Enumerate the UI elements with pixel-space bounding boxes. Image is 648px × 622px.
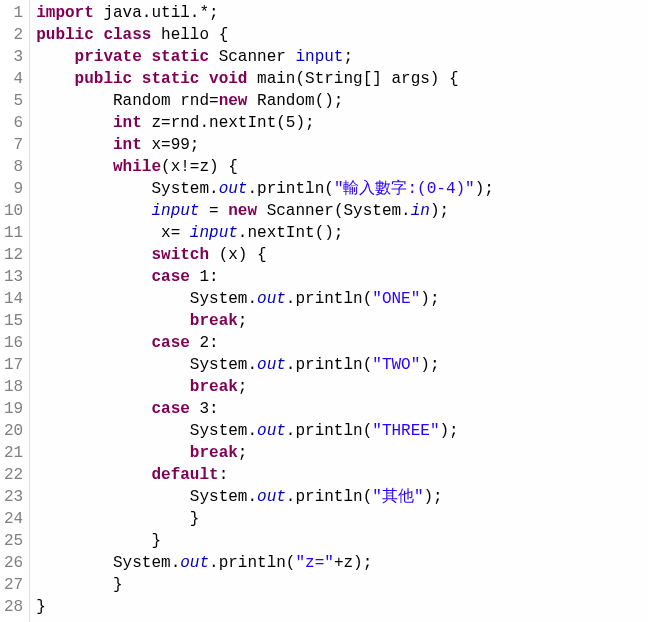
token-pln: java.util.*; — [94, 4, 219, 22]
token-fldI: in — [411, 202, 430, 220]
token-kw: public static void — [75, 70, 248, 88]
code-line: System.out.println("THREE"); — [36, 420, 648, 442]
line-number: 25 — [4, 530, 23, 552]
code-line: System.out.println("ONE"); — [36, 288, 648, 310]
token-pln: ); — [430, 202, 449, 220]
token-pln: } — [190, 510, 200, 528]
token-pln: +z); — [334, 554, 372, 572]
token-fldI: input — [151, 202, 199, 220]
line-number: 7 — [4, 134, 23, 156]
token-kw: int — [113, 114, 142, 132]
token-pln: System. — [113, 554, 180, 572]
token-kw: default — [151, 466, 218, 484]
token-kw: case — [151, 334, 189, 352]
code-line: } — [36, 508, 648, 530]
token-kw: new — [228, 202, 257, 220]
line-number: 18 — [4, 376, 23, 398]
line-number: 20 — [4, 420, 23, 442]
token-pln: x= — [151, 224, 189, 242]
token-pln: ); — [423, 488, 442, 506]
token-kw: int — [113, 136, 142, 154]
token-str: "z=" — [295, 554, 333, 572]
token-fldI: out — [180, 554, 209, 572]
line-number: 24 — [4, 508, 23, 530]
token-pln: .println( — [247, 180, 333, 198]
code-line: System.out.println("輸入數字:(0-4)"); — [36, 178, 648, 200]
line-number: 9 — [4, 178, 23, 200]
token-kw: private static — [75, 48, 209, 66]
token-pln: .println( — [286, 290, 372, 308]
token-pln: .println( — [286, 488, 372, 506]
code-line: case 2: — [36, 332, 648, 354]
line-number: 1 — [4, 2, 23, 24]
line-number: 11 — [4, 222, 23, 244]
token-str: "輸入數字:(0-4)" — [334, 180, 475, 198]
code-line: default: — [36, 464, 648, 486]
token-fldI: out — [257, 356, 286, 374]
token-kw: case — [151, 268, 189, 286]
token-fldI: input — [190, 224, 238, 242]
token-str: "其他" — [372, 488, 423, 506]
code-area: import java.util.*;public class hello { … — [30, 0, 648, 622]
code-line: } — [36, 530, 648, 552]
token-kw: break — [190, 378, 238, 396]
line-number: 3 — [4, 46, 23, 68]
token-pln: 3: — [190, 400, 219, 418]
token-pln: ); — [420, 290, 439, 308]
line-number: 19 — [4, 398, 23, 420]
line-number: 21 — [4, 442, 23, 464]
token-pln: ; — [238, 444, 248, 462]
token-kw: switch — [151, 246, 209, 264]
token-pln: ); — [420, 356, 439, 374]
token-fld: input — [295, 48, 343, 66]
token-pln: .nextInt(); — [238, 224, 344, 242]
token-pln: } — [113, 576, 123, 594]
code-line: public class hello { — [36, 24, 648, 46]
line-number: 4 — [4, 68, 23, 90]
line-number-gutter: 1234567891011121314151617181920212223242… — [0, 0, 30, 622]
token-pln: .println( — [286, 422, 372, 440]
code-line: System.out.println("z="+z); — [36, 552, 648, 574]
token-fldI: out — [219, 180, 248, 198]
code-line: int z=rnd.nextInt(5); — [36, 112, 648, 134]
line-number: 27 — [4, 574, 23, 596]
token-pln: System. — [190, 356, 257, 374]
line-number: 26 — [4, 552, 23, 574]
token-pln: System. — [190, 488, 257, 506]
line-number: 14 — [4, 288, 23, 310]
code-line: switch (x) { — [36, 244, 648, 266]
token-fldI: out — [257, 488, 286, 506]
code-line: case 1: — [36, 266, 648, 288]
token-pln: hello { — [151, 26, 228, 44]
token-fldI: out — [257, 290, 286, 308]
token-pln: Scanner(System. — [257, 202, 411, 220]
token-pln: z=rnd.nextInt(5); — [142, 114, 315, 132]
line-number: 2 — [4, 24, 23, 46]
token-kw: case — [151, 400, 189, 418]
line-number: 22 — [4, 464, 23, 486]
token-kw: public class — [36, 26, 151, 44]
line-number: 17 — [4, 354, 23, 376]
token-pln: .println( — [286, 356, 372, 374]
token-pln: ; — [343, 48, 353, 66]
token-pln: } — [36, 598, 46, 616]
token-pln: } — [151, 532, 161, 550]
code-line: public static void main(String[] args) { — [36, 68, 648, 90]
token-pln: 2: — [190, 334, 219, 352]
code-line: System.out.println("TWO"); — [36, 354, 648, 376]
token-kw: break — [190, 444, 238, 462]
token-pln: (x) { — [209, 246, 267, 264]
token-kw: break — [190, 312, 238, 330]
line-number: 28 — [4, 596, 23, 618]
token-pln: Random rnd= — [113, 92, 219, 110]
token-pln: ; — [238, 378, 248, 396]
code-line: int x=99; — [36, 134, 648, 156]
token-str: "THREE" — [372, 422, 439, 440]
token-pln: x=99; — [142, 136, 200, 154]
token-pln: main(String[] args) { — [247, 70, 458, 88]
code-line: System.out.println("其他"); — [36, 486, 648, 508]
token-pln: System. — [190, 290, 257, 308]
token-pln: (x!=z) { — [161, 158, 238, 176]
line-number: 12 — [4, 244, 23, 266]
line-number: 16 — [4, 332, 23, 354]
